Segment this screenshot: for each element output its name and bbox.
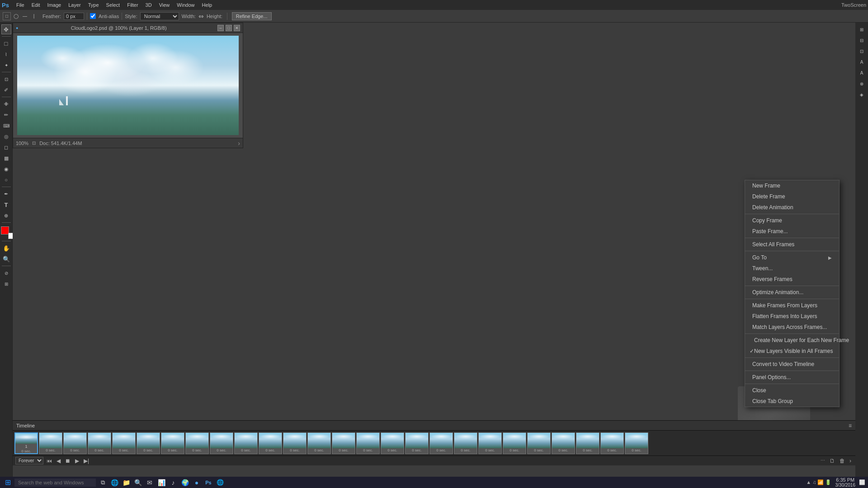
feather-input[interactable] [64,13,84,20]
zoom-tool[interactable]: 🔍 [1,254,11,264]
timeline-frame-11[interactable]: 0 sec. [259,432,282,454]
timeline-frame-22[interactable]: 0 sec. [527,432,551,454]
ctx-convert-to-video[interactable]: Convert to Video Timeline [745,359,839,370]
single-col-tool[interactable]: | [30,12,38,20]
eraser-tool[interactable]: ◻ [1,142,11,152]
clone-stamp-tool[interactable]: ⌨ [1,121,11,131]
lasso-tool[interactable]: ⌇ [1,49,11,59]
timeline-frame-10[interactable]: 0 sec. [234,432,258,454]
right-panel-btn-4[interactable]: A [857,57,867,67]
taskbar-task-view[interactable]: ⧉ [98,478,108,488]
magic-wand-tool[interactable]: ✦ [1,60,11,70]
first-frame-button[interactable]: ⏮ [45,458,53,464]
blur-tool[interactable]: ◉ [1,164,11,174]
timeline-frame-21[interactable]: 0 sec. [503,432,526,454]
ctx-close-tab-group[interactable]: Close Tab Group [745,396,839,407]
anti-alias-checkbox[interactable] [90,13,96,19]
ctx-make-frames-from-layers[interactable]: Make Frames From Layers [745,300,839,311]
type-tool[interactable]: T [1,200,11,210]
timeline-frame-6[interactable]: 0 sec. [137,432,160,454]
new-frame-button[interactable]: 🗋 [828,458,836,464]
screen-mode-tool[interactable]: ⊞ [1,279,11,289]
next-frame-button[interactable]: ▶| [82,458,90,464]
timeline-frame-5[interactable]: 0 sec. [112,432,136,454]
timeline-frame-12[interactable]: 0 sec. [283,432,307,454]
ctx-select-all-frames[interactable]: Select All Frames [745,239,839,250]
ctx-optimize-animation[interactable]: Optimize Animation... [745,287,839,298]
timeline-frame-4[interactable]: 0 sec. [88,432,111,454]
taskbar-file-explorer[interactable]: 📁 [121,478,131,488]
ctx-panel-options[interactable]: Panel Options... [745,372,839,383]
hand-tool[interactable]: ✋ [1,243,11,253]
timeline-frame-8[interactable]: 0 sec. [185,432,209,454]
single-row-tool[interactable]: — [21,12,29,20]
right-panel-btn-7[interactable]: ◈ [857,89,867,99]
menu-layer[interactable]: Layer [65,1,85,9]
taskbar-start-button[interactable]: ⊞ [3,478,13,488]
timeline-frame-1[interactable]: 1 0 sec. [14,432,38,454]
notification-area[interactable]: ⬜ [859,479,865,485]
taskbar-search-icon[interactable]: 🔍 [133,478,143,488]
ellipse-marquee-tool[interactable]: ◯ [12,12,20,20]
ctx-close[interactable]: Close [745,385,839,396]
style-select[interactable]: Normal Fixed Ratio Fixed Size [140,12,179,20]
menu-help[interactable]: Help [198,1,216,9]
gradient-tool[interactable]: ▦ [1,153,11,163]
play-button[interactable]: ▶ [74,458,80,464]
menu-filter[interactable]: Filter [123,1,142,9]
ctx-paste-frame[interactable]: Paste Frame... [745,226,839,237]
ctx-new-layers-visible[interactable]: ✓New Layers Visible in All Frames [745,346,839,357]
doc-minimize-button[interactable]: – [217,25,224,31]
loop-select[interactable]: Forever Once 3 Times [15,457,43,465]
menu-image[interactable]: Image [44,1,65,9]
timeline-frame-19[interactable]: 0 sec. [454,432,477,454]
timeline-frame-2[interactable]: 0 sec. [39,432,62,454]
timeline-frame-13[interactable]: 0 sec. [307,432,331,454]
right-panel-btn-3[interactable]: ⊡ [857,46,867,56]
timeline-frame-24[interactable]: 0 sec. [576,432,599,454]
crop-tool[interactable]: ⊡ [1,74,11,84]
path-selection-tool[interactable]: ⊕ [1,211,11,221]
menu-select[interactable]: Select [103,1,124,9]
marquee-tool[interactable]: □ [1,38,11,48]
timeline-frame-26[interactable]: 0 sec. [625,432,648,454]
taskbar-edge-icon[interactable]: 🌐 [109,478,119,488]
taskbar-search-input[interactable] [14,479,96,487]
ctx-match-layers[interactable]: Match Layers Across Frames... [745,322,839,333]
menu-3d[interactable]: 3D [142,1,156,9]
color-swatches[interactable] [1,226,12,237]
taskbar-globe-icon[interactable]: 🌍 [180,478,190,488]
timeline-frame-7[interactable]: 0 sec. [161,432,184,454]
ctx-create-new-layer[interactable]: Create New Layer for Each New Frame [745,335,839,346]
taskbar-music-icon[interactable]: ♪ [168,478,178,488]
timeline-frame-3[interactable]: 0 sec. [63,432,87,454]
pen-tool[interactable]: ✒ [1,189,11,199]
eyedropper-tool[interactable]: ✐ [1,85,11,95]
taskbar-calc-icon[interactable]: 📊 [156,478,166,488]
scroll-right-arrow[interactable]: › [238,140,240,147]
timeline-frame-14[interactable]: 0 sec. [332,432,355,454]
timeline-frame-18[interactable]: 0 sec. [429,432,453,454]
right-panel-btn-6[interactable]: ⊗ [857,79,867,89]
ctx-new-frame[interactable]: New Frame [745,180,839,191]
timeline-frame-15[interactable]: 0 sec. [356,432,380,454]
timeline-frame-16[interactable]: 0 sec. [381,432,404,454]
scroll-right-tl[interactable]: › [848,458,853,464]
ctx-delete-animation[interactable]: Delete Animation [745,202,839,213]
rect-marquee-tool[interactable]: □ [3,12,11,20]
quick-mask-tool[interactable]: ⊘ [1,268,11,278]
ctx-tween[interactable]: Tween... [745,263,839,274]
timeline-menu-button[interactable]: ≡ [849,422,852,429]
ctx-reverse-frames[interactable]: Reverse Frames [745,274,839,285]
right-panel-btn-5[interactable]: A [857,68,867,78]
menu-edit[interactable]: Edit [28,1,44,9]
menu-type[interactable]: Type [85,1,103,9]
ctx-go-to[interactable]: Go To ▶ [745,252,839,263]
stop-button[interactable]: ⏹ [64,458,72,464]
menu-view[interactable]: View [156,1,174,9]
timeline-frame-17[interactable]: 0 sec. [405,432,429,454]
move-tool[interactable]: ✥ [1,24,11,34]
dodge-tool[interactable]: ○ [1,175,11,185]
menu-window[interactable]: Window [173,1,198,9]
ctx-flatten-frames-into-layers[interactable]: Flatten Frames Into Layers [745,311,839,322]
